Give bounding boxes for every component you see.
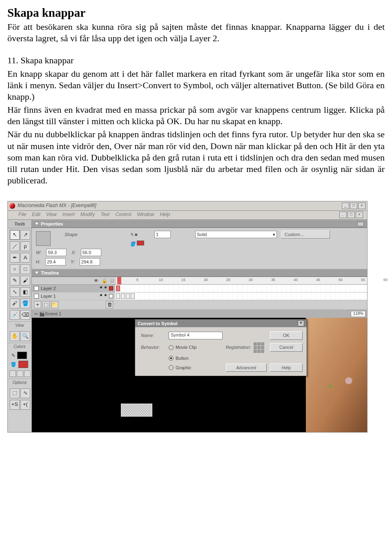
doc-minimize-button[interactable]: _	[339, 212, 347, 218]
app-screenshot: Macromedia Flash MX - [Exempelfil] _ □ ×…	[7, 201, 368, 433]
menu-view[interactable]: View	[46, 212, 57, 218]
straighten-option-icon[interactable]: +S	[10, 400, 20, 410]
stroke-color-swatch[interactable]	[17, 352, 27, 359]
dialog-title: Convert to Symbol	[138, 321, 178, 326]
ink-tool-icon[interactable]: 🖋	[10, 299, 20, 308]
zoom-field[interactable]: 118%	[351, 311, 365, 317]
add-guide-icon[interactable]: ⬚	[42, 301, 50, 308]
layer-1-frames[interactable]	[115, 292, 367, 300]
back-icon[interactable]: ⇦	[34, 311, 38, 317]
frame-ruler[interactable]: 1 5 10 15 20 25 30 35 40 45 50 55 60 65	[116, 277, 367, 284]
menu-help[interactable]: Help	[160, 212, 170, 218]
default-colors-icon[interactable]	[9, 370, 16, 377]
dialog-close-icon[interactable]: ×	[298, 320, 304, 326]
custom-button[interactable]: Custom...	[281, 230, 330, 239]
scene-label[interactable]: Scene 1	[45, 311, 61, 317]
menu-modify[interactable]: Modify	[80, 212, 95, 218]
x-field[interactable]: 56.0	[81, 249, 101, 256]
lock-icon[interactable]: 🔒	[102, 278, 107, 283]
layer-page-icon	[34, 286, 39, 291]
menu-insert[interactable]: Insert	[62, 212, 75, 218]
pencil-tool-icon[interactable]: ✎	[10, 276, 20, 286]
text-tool-icon[interactable]: A	[20, 253, 30, 263]
layer-1-row[interactable]: Layer 1	[32, 292, 115, 300]
stroke-width-field[interactable]: 1	[154, 231, 171, 238]
swap-colors-icon[interactable]	[24, 370, 31, 377]
movieclip-radio[interactable]: Movie Clip	[169, 344, 223, 350]
ok-button[interactable]: OK	[270, 331, 303, 339]
close-button[interactable]: ×	[358, 203, 365, 209]
timeline-panel: 👁 🔒 □ 1 5 10 15 20 25 30 35 40	[32, 277, 367, 310]
properties-header[interactable]: Properties	[32, 220, 367, 228]
keyframe-icon[interactable]	[116, 293, 120, 299]
add-folder-icon[interactable]: 📁	[51, 301, 58, 308]
add-layer-icon[interactable]: +	[34, 301, 41, 308]
pen-tool-icon[interactable]: ✒	[10, 253, 20, 263]
rect-tool-icon[interactable]: □	[20, 264, 30, 274]
layer-2-frames[interactable]	[115, 285, 367, 292]
selected-shape[interactable]	[121, 404, 152, 417]
hand-tool-icon[interactable]: ✋	[10, 331, 20, 341]
dialog-title-bar[interactable]: Convert to Symbol ×	[135, 319, 307, 327]
menu-edit[interactable]: Edit	[32, 212, 40, 218]
smooth-option-icon[interactable]: ∿	[20, 388, 30, 398]
maximize-button[interactable]: □	[350, 203, 357, 209]
arrow-tool-icon[interactable]: ↖	[10, 230, 20, 240]
subselect-tool-icon[interactable]: ↗	[20, 230, 30, 240]
doc-maximize-button[interactable]: □	[347, 212, 355, 218]
minimize-button[interactable]: _	[342, 203, 349, 209]
menu-control[interactable]: Control	[115, 212, 131, 218]
menu-file[interactable]: File	[18, 212, 26, 218]
layer-1-name: Layer 1	[41, 293, 56, 299]
shape-preview-icon	[36, 231, 51, 246]
keyframe-icon[interactable]	[121, 293, 125, 299]
lasso-tool-icon[interactable]: ρ	[20, 241, 30, 251]
bucket-tool-icon[interactable]: 🪣	[20, 299, 30, 308]
stroke-style-select[interactable]: Solid▾	[195, 231, 277, 238]
transform-tool-icon[interactable]: ⤡	[10, 287, 20, 297]
fill-icon: 🪣	[130, 241, 150, 247]
eraser-tool-icon[interactable]: ⌫	[20, 310, 30, 320]
menu-text[interactable]: Text	[100, 212, 109, 218]
view-label: View	[8, 321, 31, 330]
outline-icon[interactable]: □	[111, 278, 114, 283]
help-button[interactable]: Help	[270, 364, 303, 372]
stroke-icon: ✎ ■	[130, 232, 150, 237]
fill-color-swatch[interactable]	[18, 361, 28, 368]
layer-header-icons: 👁 🔒 □	[32, 277, 116, 284]
height-field[interactable]: 29.4	[45, 258, 66, 265]
button-radio[interactable]: Button	[169, 355, 223, 361]
panel-menu-icon[interactable]	[357, 222, 364, 226]
line-tool-icon[interactable]: ／	[10, 241, 20, 251]
menu-window[interactable]: Window	[137, 212, 154, 218]
rotate-option-icon[interactable]: +(	[20, 400, 30, 410]
graphic-radio[interactable]: Graphic	[169, 365, 223, 370]
fill-transform-tool-icon[interactable]: ◧	[20, 287, 30, 297]
registration-grid[interactable]	[254, 342, 264, 353]
keyframe-icon[interactable]	[116, 286, 120, 291]
menu-bar: File Edit View Insert Modify Text Contro…	[8, 211, 367, 220]
layer-2-row[interactable]: Layer 2	[32, 285, 115, 292]
advanced-button[interactable]: Advanced	[226, 364, 267, 372]
tools-panel: Tools ↖ ↗ ／ ρ ✒ A ○ □ ✎ 🖌 ⤡ ◧ 🖋 🪣 💉 ⌫ Vi…	[8, 220, 32, 432]
keyframe-icon[interactable]	[131, 293, 135, 299]
eye-icon[interactable]: 👁	[94, 278, 98, 283]
snap-option-icon[interactable]: ⬚	[10, 388, 20, 398]
timeline-label: Timeline	[41, 270, 59, 276]
delete-layer-icon[interactable]: 🗑	[106, 301, 113, 308]
doc-close-button[interactable]: ×	[356, 212, 363, 218]
registration-label: Registration:	[226, 344, 251, 350]
zoom-tool-icon[interactable]: 🔍	[20, 331, 30, 341]
oval-tool-icon[interactable]: ○	[10, 264, 20, 274]
timeline-header[interactable]: Timeline	[32, 269, 367, 277]
y-field[interactable]: 294.8	[80, 258, 100, 265]
eyedropper-tool-icon[interactable]: 💉	[10, 310, 20, 320]
no-color-icon[interactable]	[17, 370, 23, 377]
cancel-button[interactable]: Cancel	[270, 343, 303, 351]
title-bar: Macromedia Flash MX - [Exempelfil] _ □ ×	[8, 201, 367, 211]
brush-tool-icon[interactable]: 🖌	[20, 276, 30, 286]
width-field[interactable]: 59.3	[46, 249, 67, 256]
options-label: Options	[8, 379, 31, 387]
keyframe-icon[interactable]	[126, 293, 130, 299]
symbol-name-field[interactable]: Symbol 4	[169, 332, 223, 339]
